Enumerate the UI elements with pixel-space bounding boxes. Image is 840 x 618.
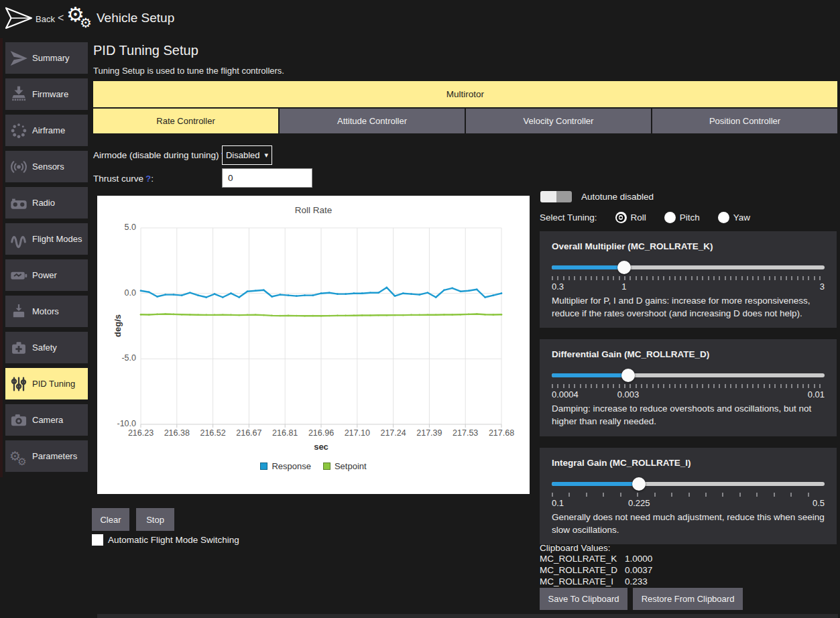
radio-tuning-yaw[interactable]: Yaw — [718, 212, 750, 223]
plane-icon — [5, 49, 32, 68]
tuning-slider — [552, 260, 825, 274]
auto-flight-mode-row: Automatic Flight Mode Switching — [92, 534, 239, 546]
tab-rate-controller[interactable]: Rate Controller — [93, 109, 278, 133]
y-tick-label: -5.0 — [107, 353, 136, 363]
tab-attitude-controller[interactable]: Attitude Controller — [280, 109, 465, 133]
radio-label: Pitch — [680, 212, 700, 223]
x-tick-label: 216.67 — [229, 428, 269, 438]
radio-icon — [615, 212, 627, 223]
clear-button[interactable]: Clear — [92, 508, 129, 531]
tuning-panel-2: Integral Gain (MC_ROLLRATE_I)0.10.2250.5… — [540, 448, 837, 544]
auto-flight-mode-label: Automatic Flight Mode Switching — [108, 535, 239, 545]
power-icon — [5, 266, 32, 285]
chevron-left-icon: < — [58, 12, 64, 24]
chart-legend: ResponseSetpoint — [97, 461, 530, 471]
autotune-toggle[interactable] — [540, 191, 572, 202]
radio-tuning-pitch[interactable]: Pitch — [664, 212, 700, 223]
sidebar-item-label: Summary — [32, 53, 70, 63]
slider-scale: 0.313 — [552, 282, 825, 293]
stop-button[interactable]: Stop — [136, 508, 174, 531]
slider-fill — [552, 265, 624, 269]
slider-max-label: 3 — [820, 282, 825, 292]
sidebar-item-radio[interactable]: Radio — [5, 187, 88, 219]
slider-value-label: 0.225 — [628, 498, 650, 508]
x-tick-label: 216.52 — [193, 428, 233, 438]
sidebar-item-parameters[interactable]: ⚙⚙Parameters — [5, 440, 88, 472]
clipboard-title: Clipboard Values: — [540, 543, 652, 553]
legend-swatch — [323, 462, 331, 470]
save-to-clipboard-button[interactable]: Save To Clipboard — [540, 588, 627, 610]
chart-ylabel: deg/s — [113, 314, 123, 337]
y-tick-label: 5.0 — [107, 223, 136, 232]
toggle-trough — [556, 191, 572, 202]
sidebar-item-flight-modes[interactable]: Flight Modes — [5, 223, 88, 255]
tuning-slider — [552, 368, 825, 382]
sidebar-item-camera[interactable]: Camera — [5, 404, 88, 436]
legend-item: Setpoint — [323, 461, 367, 471]
airmode-dropdown-value: Disabled — [226, 150, 260, 160]
slider-handle[interactable] — [632, 477, 646, 491]
pid-tuning-icon — [5, 375, 32, 393]
radio-tuning-roll[interactable]: Roll — [615, 212, 646, 223]
airframe-icon — [5, 121, 32, 140]
sidebar-item-label: Camera — [32, 415, 63, 425]
tuning-panel-description: Damping: increase to reduce overshoots a… — [552, 402, 825, 428]
thrust-curve-input[interactable] — [222, 168, 312, 188]
tuning-panel-title: Differential Gain (MC_ROLLRATE_D) — [552, 349, 825, 359]
auto-flight-mode-checkbox[interactable] — [92, 534, 103, 546]
back-button[interactable]: Back — [36, 14, 55, 24]
page-title: PID Tuning Setup — [93, 43, 198, 58]
camera-icon — [5, 411, 32, 430]
clipboard-param: MC_ROLLRATE_K — [540, 554, 625, 564]
clipboard-values: Clipboard Values: MC_ROLLRATE_K1.0000MC_… — [540, 543, 652, 587]
slider-min-label: 0.3 — [552, 282, 564, 292]
sidebar-item-label: Radio — [32, 198, 55, 208]
sidebar-item-label: Airframe — [32, 125, 65, 135]
clipboard-row: MC_ROLLRATE_D0.0037 — [540, 564, 652, 576]
sidebar-item-pid-tuning[interactable]: PID Tuning — [5, 368, 88, 399]
qgc-logo-icon — [4, 5, 34, 33]
tuning-panel-description: Generally does not need much adjustment,… — [552, 511, 825, 536]
clipboard-param: MC_ROLLRATE_I — [540, 576, 625, 586]
sidebar-item-summary[interactable]: Summary — [5, 42, 88, 74]
sidebar-item-label: Parameters — [32, 451, 77, 461]
tab-velocity-controller[interactable]: Velocity Controller — [466, 109, 651, 133]
tuning-slider — [552, 477, 825, 491]
sidebar-item-airframe[interactable]: Airframe — [5, 115, 88, 146]
thrust-curve-label: Thrust curve?: — [93, 174, 154, 184]
sidebar-item-firmware[interactable]: Firmware — [5, 78, 88, 110]
slider-fill — [552, 373, 628, 377]
slider-handle[interactable] — [621, 369, 635, 382]
sidebar-item-power[interactable]: Power — [5, 259, 88, 291]
setup-sidebar: SummaryFirmwareAirframeSensorsRadioFligh… — [5, 42, 88, 477]
vehicle-tab-multirotor[interactable]: Multirotor — [93, 81, 837, 107]
restore-from-clipboard-button[interactable]: Restore From Clipboard — [633, 588, 743, 610]
autotune-label: Autotune disabled — [581, 192, 654, 202]
sidebar-item-sensors[interactable]: Sensors — [5, 151, 88, 182]
tuning-panels: Overall Multiplier (MC_ROLLRATE_K)0.313M… — [540, 231, 837, 556]
slider-ticks — [552, 384, 825, 388]
slider-value-label: 1 — [621, 282, 626, 292]
slider-max-label: 0.5 — [813, 498, 825, 508]
roll-rate-chart: Roll Rate deg/s 5.00.0-5.0-10.0 216.2321… — [97, 196, 530, 494]
slider-ticks — [552, 276, 825, 280]
chevron-down-icon: ▾ — [265, 151, 269, 160]
airmode-dropdown[interactable]: Disabled ▾ — [222, 145, 272, 165]
window-title: Vehicle Setup — [97, 11, 174, 25]
slider-handle[interactable] — [617, 261, 631, 274]
radio-label: Roll — [631, 212, 646, 223]
motors-icon — [5, 302, 32, 321]
y-tick-label: -10.0 — [107, 419, 136, 428]
tuning-panel-1: Differential Gain (MC_ROLLRATE_D)0.00040… — [540, 339, 837, 436]
colon: : — [151, 174, 154, 184]
x-tick-label: 216.96 — [301, 428, 341, 438]
autotune-row: Autotune disabled — [540, 191, 654, 202]
radio-icon — [664, 212, 676, 223]
tab-position-controller[interactable]: Position Controller — [652, 109, 837, 133]
sidebar-item-safety[interactable]: Safety — [5, 332, 88, 363]
sidebar-item-motors[interactable]: Motors — [5, 296, 88, 327]
window-edge — [0, 38, 3, 477]
airmode-label: Airmode (disable during tuning)?: — [93, 150, 229, 160]
thrust-curve-label-text: Thrust curve — [93, 174, 143, 184]
sensors-icon — [5, 158, 32, 176]
